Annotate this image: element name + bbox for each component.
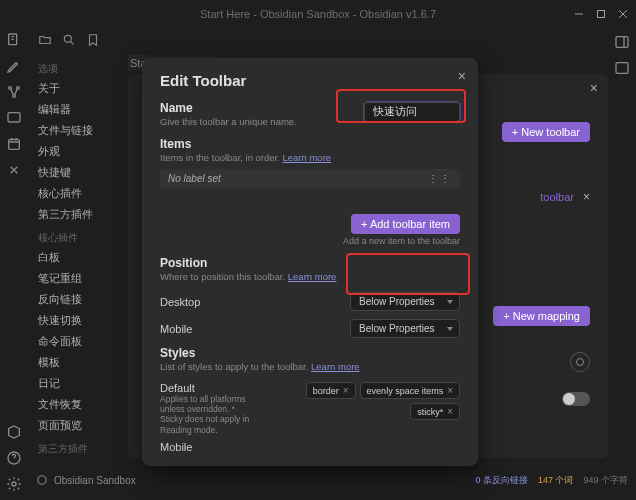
- vault-icon[interactable]: [6, 424, 22, 440]
- toolbar-list-item[interactable]: toolbar ×: [540, 190, 590, 204]
- vault-switcher-icon[interactable]: [36, 474, 48, 486]
- new-toolbar-button[interactable]: + New toolbar: [502, 122, 590, 142]
- name-label: Name: [160, 101, 297, 115]
- styles-learn-more-link[interactable]: Learn more: [311, 361, 360, 372]
- position-mobile-dropdown[interactable]: Below Properties: [350, 319, 460, 338]
- svg-rect-13: [616, 37, 628, 48]
- items-label: Items: [160, 137, 460, 151]
- command-icon[interactable]: [6, 162, 22, 178]
- name-input[interactable]: [364, 102, 460, 122]
- window-title: Start Here - Obsidian Sandbox - Obsidian…: [200, 8, 436, 20]
- edit-toolbar-modal: × Edit Toolbar Name Give this toolbar a …: [142, 58, 478, 466]
- position-desktop-label: Desktop: [160, 296, 200, 308]
- position-desc: Where to position this toolbar.: [160, 271, 288, 282]
- drag-handle-icon[interactable]: ⋮⋮: [428, 173, 452, 184]
- search-icon[interactable]: [62, 33, 76, 47]
- position-label: Position: [160, 256, 460, 270]
- modal-title: Edit Toolbar: [160, 72, 460, 89]
- settings-item-file-recovery[interactable]: 文件恢复: [28, 394, 128, 415]
- svg-point-11: [12, 482, 16, 486]
- close-icon[interactable]: [618, 9, 628, 19]
- settings-item-quick-switcher[interactable]: 快速切换: [28, 310, 128, 331]
- circle-icon: [575, 357, 585, 367]
- settings-item-note-composer[interactable]: 笔记重组: [28, 268, 128, 289]
- styles-label: Styles: [160, 346, 460, 360]
- settings-item-appearance[interactable]: 外观: [28, 141, 128, 162]
- svg-point-7: [13, 95, 16, 98]
- position-desktop-dropdown[interactable]: Below Properties: [350, 292, 460, 311]
- settings-item-hotkeys[interactable]: 快捷键: [28, 162, 128, 183]
- left-ribbon: [0, 28, 28, 500]
- settings-icon[interactable]: [6, 476, 22, 492]
- files-icon[interactable]: [6, 32, 22, 48]
- settings-item-community-plugins[interactable]: 第三方插件: [28, 204, 128, 225]
- position-mobile-label: Mobile: [160, 323, 192, 335]
- style-chip-border[interactable]: border×: [306, 382, 356, 399]
- settings-item-core-plugins[interactable]: 核心插件: [28, 183, 128, 204]
- chip-remove-icon[interactable]: ×: [447, 385, 453, 396]
- svg-rect-8: [8, 113, 20, 122]
- bookmark-icon[interactable]: [86, 33, 100, 47]
- new-mapping-button[interactable]: + New mapping: [493, 306, 590, 326]
- maximize-icon[interactable]: [596, 9, 606, 19]
- svg-point-12: [64, 35, 71, 42]
- settings-item-editor[interactable]: 编辑器: [28, 99, 128, 120]
- style-chip-sticky[interactable]: sticky*×: [410, 403, 460, 420]
- toggle-switch[interactable]: [562, 392, 590, 406]
- add-toolbar-item-button[interactable]: + Add toolbar item: [351, 214, 460, 234]
- svg-rect-1: [598, 11, 605, 18]
- modal-close-icon[interactable]: ×: [458, 68, 466, 84]
- items-desc: Items in the toolbar, in order.: [160, 152, 283, 163]
- right-ribbon: [608, 28, 636, 76]
- svg-point-15: [577, 359, 584, 366]
- settings-item-about[interactable]: 关于: [28, 78, 128, 99]
- toolbar-delete-icon[interactable]: ×: [583, 190, 590, 204]
- settings-sidebar: 选项 关于 编辑器 文件与链接 外观 快捷键 核心插件 第三方插件 核心插件 白…: [28, 52, 128, 458]
- canvas-icon[interactable]: [6, 110, 22, 126]
- chip-remove-icon[interactable]: ×: [447, 406, 453, 417]
- circle-action-button[interactable]: [570, 352, 590, 372]
- svg-rect-14: [616, 63, 628, 74]
- svg-rect-9: [9, 139, 20, 149]
- settings-item-page-preview[interactable]: 页面预览: [28, 415, 128, 436]
- settings-item-canvas[interactable]: 白板: [28, 247, 128, 268]
- graph-icon[interactable]: [6, 84, 22, 100]
- styles-default-desc: Applies to all platforms unless overridd…: [160, 394, 260, 435]
- settings-heading-options: 选项: [28, 56, 128, 78]
- style-chip-evenly-space[interactable]: evenly space items×: [360, 382, 460, 399]
- minimize-icon[interactable]: [574, 9, 584, 19]
- expand-icon[interactable]: [614, 60, 630, 76]
- settings-item-templates[interactable]: 模板: [28, 352, 128, 373]
- help-icon[interactable]: [6, 450, 22, 466]
- settings-heading-community: 第三方插件: [28, 436, 128, 458]
- styles-mobile-label: Mobile: [160, 441, 260, 453]
- settings-heading-core: 核心插件: [28, 225, 128, 247]
- settings-item-files-links[interactable]: 文件与链接: [28, 120, 128, 141]
- items-learn-more-link[interactable]: Learn more: [283, 152, 332, 163]
- folder-icon[interactable]: [38, 33, 52, 47]
- status-bar: Obsidian Sandbox 0 条反向链接 147 个词 949 个字符: [28, 460, 636, 500]
- add-item-hint: Add a new item to the toolbar: [160, 236, 460, 246]
- char-count[interactable]: 949 个字符: [583, 474, 628, 487]
- file-explorer-header: [28, 28, 636, 52]
- titlebar: Start Here - Obsidian Sandbox - Obsidian…: [0, 0, 636, 28]
- sidebar-toggle-icon[interactable]: [614, 34, 630, 50]
- toolbar-item-row[interactable]: No label set ⋮⋮: [160, 169, 460, 188]
- toolbar-list-label: toolbar: [540, 191, 574, 203]
- settings-item-daily-notes[interactable]: 日记: [28, 373, 128, 394]
- styles-desc: List of styles to apply to the toolbar.: [160, 361, 311, 372]
- no-label-text: No label set: [168, 173, 221, 184]
- word-count[interactable]: 147 个词: [538, 474, 574, 487]
- chip-remove-icon[interactable]: ×: [343, 385, 349, 396]
- settings-item-backlinks[interactable]: 反向链接: [28, 289, 128, 310]
- position-learn-more-link[interactable]: Learn more: [288, 271, 337, 282]
- styles-default-label: Default: [160, 382, 260, 394]
- vault-name[interactable]: Obsidian Sandbox: [54, 475, 136, 486]
- daily-note-icon[interactable]: [6, 136, 22, 152]
- name-desc: Give this toolbar a unique name.: [160, 116, 297, 127]
- settings-item-command-palette[interactable]: 命令面板: [28, 331, 128, 352]
- pen-icon[interactable]: [6, 58, 22, 74]
- backlinks-count[interactable]: 0 条反向链接: [475, 474, 528, 487]
